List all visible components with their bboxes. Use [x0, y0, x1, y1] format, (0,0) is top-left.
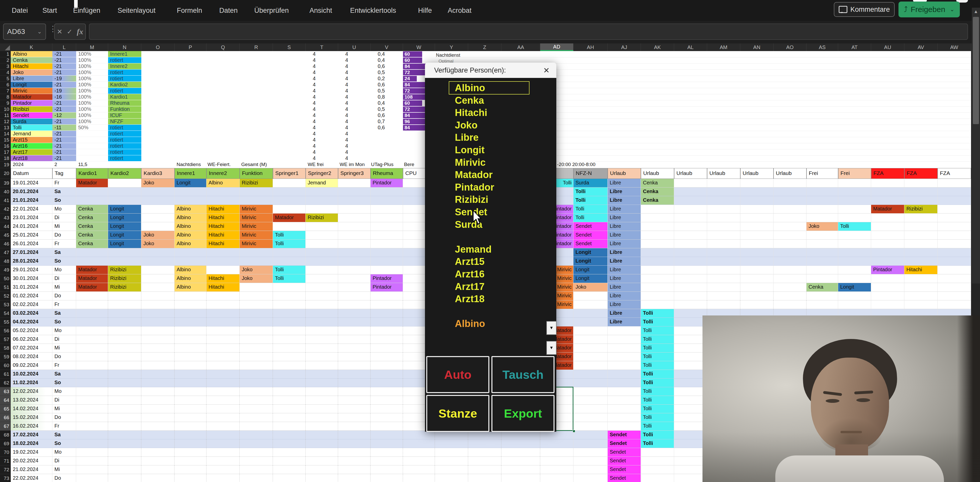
select-all-corner[interactable] [0, 43, 11, 51]
cell-V41[interactable] [371, 196, 403, 205]
cell-AJ70[interactable]: Sendet [608, 448, 641, 457]
cell-AD73[interactable] [540, 474, 573, 482]
cell-V66[interactable] [371, 413, 403, 422]
cell-O56[interactable] [141, 327, 175, 335]
cell-T40[interactable] [305, 187, 338, 196]
cell-O59[interactable] [141, 352, 175, 361]
cell-V2[interactable]: 0,4 [371, 57, 403, 63]
cell-M64[interactable] [76, 396, 108, 404]
cell-K51[interactable]: 31.01.2024 [11, 283, 52, 292]
cell-U4[interactable]: 4 [338, 70, 371, 76]
cell-U69[interactable] [338, 439, 371, 448]
cell-AH20[interactable]: NFZ-N [573, 168, 608, 179]
cell-AO51[interactable] [773, 283, 807, 292]
cell-S56[interactable] [273, 327, 305, 335]
cell-T43[interactable]: Rizibizi [305, 214, 338, 222]
cell-M60[interactable] [76, 361, 108, 370]
cell-K2[interactable]: Cenka [11, 57, 52, 63]
cell-O41[interactable] [141, 196, 175, 205]
cell-V67[interactable] [371, 422, 403, 431]
cell-U53[interactable] [338, 300, 371, 309]
cell-K56[interactable]: 05.02.2024 [11, 327, 52, 335]
cell-L58[interactable]: Mi [52, 344, 76, 352]
cell-AH73[interactable] [573, 474, 608, 482]
column-header-AT[interactable]: AT [838, 43, 871, 51]
cell-T48[interactable] [305, 257, 338, 266]
cell-AW49[interactable] [937, 266, 971, 274]
cell-M44[interactable]: Cenka [76, 222, 108, 231]
cell-U14[interactable]: 4 [338, 131, 371, 137]
cell-M49[interactable]: Matador [76, 266, 108, 274]
cell-AW47[interactable] [937, 248, 971, 257]
cell-T51[interactable] [305, 283, 338, 292]
cell-O47[interactable] [141, 248, 175, 257]
cell-AJ57[interactable] [608, 335, 641, 344]
cell-N57[interactable] [108, 335, 141, 344]
cell-U50[interactable] [338, 274, 371, 283]
cell-M6[interactable]: 100% [76, 82, 108, 88]
cell-W69[interactable] [403, 439, 435, 448]
cell-AU47[interactable] [871, 248, 904, 257]
cell-T72[interactable] [305, 465, 338, 474]
cell-U47[interactable] [338, 248, 371, 257]
cell-AH42[interactable]: Tolli [573, 205, 608, 214]
cell-U7[interactable]: 4 [338, 88, 371, 94]
cell-Z69[interactable] [468, 439, 501, 448]
row-header-55[interactable]: 55 [0, 318, 11, 327]
cell-V65[interactable] [371, 404, 403, 413]
cell-AH62[interactable] [573, 379, 608, 387]
cell-N44[interactable]: Longit [108, 222, 141, 231]
menu-tab-start[interactable]: Start [43, 0, 57, 21]
cell-S40[interactable] [273, 187, 305, 196]
row-header-65[interactable]: 65 [0, 404, 11, 413]
cell-AH41[interactable]: Tolli [573, 196, 608, 205]
cell-S70[interactable] [273, 448, 305, 457]
column-header-O[interactable]: O [141, 43, 175, 51]
cell-AJ54[interactable]: Libre [608, 309, 641, 318]
cell-K5[interactable]: Libre [11, 76, 52, 82]
scrollbar-thumb[interactable] [973, 17, 979, 124]
cell-AK69[interactable]: Tolli [641, 439, 674, 448]
cell-Y71[interactable] [435, 457, 468, 465]
row-header-40[interactable]: 40 [0, 187, 11, 196]
tausch-button[interactable]: Tausch [492, 356, 555, 393]
cell-O68[interactable] [141, 431, 175, 439]
column-header-S[interactable]: S [273, 43, 305, 51]
cell-K44[interactable]: 24.01.2024 [11, 222, 52, 231]
cell-R44[interactable]: Mirivic [240, 222, 273, 231]
cell-L39[interactable]: Fr [52, 179, 76, 187]
row-header-39[interactable]: 39 [0, 179, 11, 187]
cell-AL48[interactable] [674, 257, 707, 266]
cell-N47[interactable] [108, 248, 141, 257]
cell-Q65[interactable] [207, 404, 240, 413]
cell-V49[interactable] [371, 266, 403, 274]
cell-M69[interactable] [76, 439, 108, 448]
menu-tab-daten[interactable]: Daten [219, 0, 238, 21]
cell-N66[interactable] [108, 413, 141, 422]
cell-V59[interactable] [371, 352, 403, 361]
cell-AT40[interactable] [838, 187, 871, 196]
cell-AH64[interactable] [573, 396, 608, 404]
cell-K41[interactable]: 21.01.2024 [11, 196, 52, 205]
cell-W1[interactable]: 60 [403, 51, 435, 57]
cell-P49[interactable]: Albino [175, 266, 207, 274]
cell-N64[interactable] [108, 396, 141, 404]
name-box[interactable]: AD63 ⌄ [3, 24, 46, 40]
cell-AN20[interactable]: Urlaub [740, 168, 773, 179]
cell-K17[interactable]: Arzt17 [11, 149, 52, 155]
cell-P54[interactable] [175, 309, 207, 318]
cell-U44[interactable] [338, 222, 371, 231]
cell-AM53[interactable] [707, 300, 740, 309]
cell-Q47[interactable] [207, 248, 240, 257]
column-header-K[interactable]: K [11, 43, 52, 51]
cell-AV20[interactable]: FZA [904, 168, 937, 179]
cell-AU40[interactable] [871, 187, 904, 196]
cell-AJ43[interactable]: Libre [608, 214, 641, 222]
cell-AD70[interactable] [540, 448, 573, 457]
cell-AL41[interactable] [674, 196, 707, 205]
cell-V18[interactable] [371, 155, 403, 162]
row-header-48[interactable]: 48 [0, 257, 11, 266]
cell-N8[interactable]: Kardio1 [108, 94, 141, 100]
cell-L12[interactable]: -21 [52, 119, 76, 125]
cell-AO52[interactable] [773, 292, 807, 300]
